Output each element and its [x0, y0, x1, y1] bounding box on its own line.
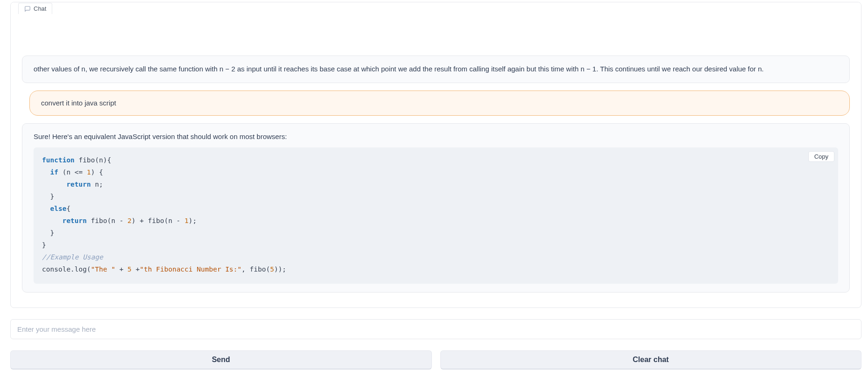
code-token: ));	[274, 265, 286, 273]
code-token: fibo(n){	[75, 156, 111, 164]
code-token: ) + fibo(n -	[132, 217, 185, 224]
code-token: 5	[127, 265, 132, 273]
assistant-intro: Sure! Here's an equivalent JavaScript ve…	[34, 131, 838, 143]
code-block: Copy function fibo(n){ if (n <= 1) { ret…	[34, 147, 838, 284]
code-token: +	[132, 265, 139, 273]
code-token: "th Fibonacci Number Is:"	[140, 265, 242, 273]
assistant-message: Sure! Here's an equivalent JavaScript ve…	[22, 123, 850, 293]
code-token: if	[50, 168, 58, 176]
chat-panel: Chat other values of n, we recursively c…	[10, 2, 861, 308]
clear-chat-button[interactable]: Clear chat	[440, 350, 862, 370]
code-token: return	[66, 181, 90, 188]
tab-strip: Chat	[11, 2, 861, 14]
code-token: //Example Usage	[42, 253, 103, 261]
chat-body: other values of n, we recursively call t…	[11, 14, 861, 307]
code-content: function fibo(n){ if (n <= 1) { return n…	[42, 154, 830, 276]
code-token: 2	[127, 217, 132, 224]
code-token: "The "	[91, 265, 115, 273]
code-token: (n <=	[58, 168, 87, 176]
code-token: }	[42, 241, 46, 249]
chat-icon	[24, 6, 31, 12]
code-token: {	[66, 205, 70, 212]
spacer	[18, 14, 854, 56]
user-message: convert it into java script	[29, 91, 850, 116]
code-token: }	[42, 229, 54, 237]
tab-chat[interactable]: Chat	[18, 3, 52, 14]
code-token: fibo(n -	[87, 217, 127, 224]
user-text: convert it into java script	[41, 99, 116, 107]
button-row: Send Clear chat	[10, 350, 861, 370]
code-token: 1	[87, 168, 91, 176]
code-token: else	[50, 205, 66, 212]
code-token: +	[115, 265, 127, 273]
chat-scroll[interactable]: other values of n, we recursively call t…	[11, 14, 861, 307]
send-button[interactable]: Send	[10, 350, 432, 370]
input-row	[10, 319, 861, 339]
code-token: , fibo(	[242, 265, 270, 273]
assistant-text-tail: other values of n, we recursively call t…	[34, 63, 838, 75]
code-token: }	[42, 193, 54, 200]
tab-label: Chat	[34, 5, 46, 12]
code-token: return	[62, 217, 87, 224]
message-input[interactable]	[11, 320, 861, 339]
bottom-area: Send Clear chat	[0, 308, 868, 377]
code-token: 5	[270, 265, 274, 273]
code-token: function	[42, 156, 75, 164]
code-token: console.log(	[42, 265, 91, 273]
code-token: n;	[91, 181, 103, 188]
assistant-message-prev: other values of n, we recursively call t…	[22, 56, 850, 83]
code-token: );	[188, 217, 196, 224]
copy-button[interactable]: Copy	[808, 151, 834, 162]
code-token: ) {	[91, 168, 103, 176]
